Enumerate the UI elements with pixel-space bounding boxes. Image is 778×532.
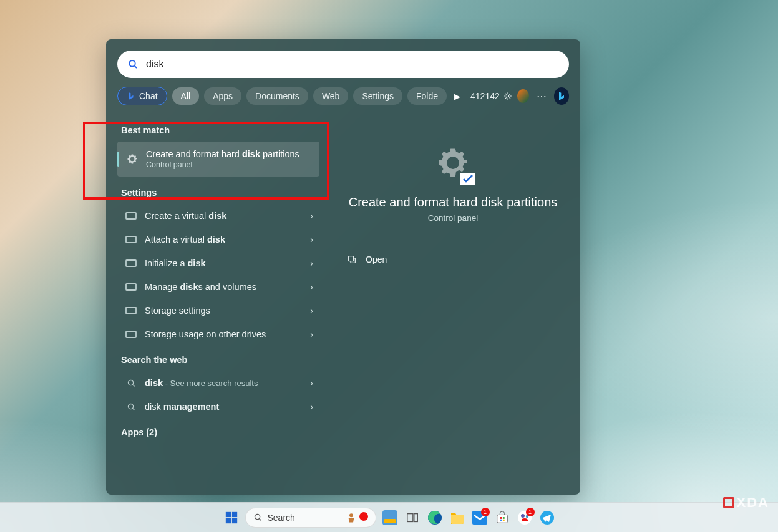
mail-app[interactable]: 1 (471, 509, 489, 526)
svg-rect-7 (126, 307, 136, 314)
web-result[interactable]: disk - See more search results› (117, 371, 319, 395)
results-column: Best match Create and format hard disk p… (106, 114, 326, 482)
teams-app[interactable]: 1 (516, 509, 533, 526)
rewards-icon (503, 92, 512, 100)
filter-all[interactable]: All (172, 87, 200, 105)
result-text: Initialize a disk (145, 258, 310, 268)
svg-rect-6 (126, 284, 136, 290)
settings-item-icon (124, 236, 139, 243)
svg-rect-28 (497, 515, 507, 523)
preview-pane: Create and format hard disk partitions C… (326, 114, 580, 482)
result-text: Manage disks and volumes (145, 282, 310, 292)
settings-result[interactable]: Manage disks and volumes› (117, 275, 319, 299)
windows-icon (225, 511, 238, 525)
task-view[interactable] (404, 509, 421, 526)
svg-line-20 (259, 519, 261, 521)
user-avatar[interactable] (517, 89, 529, 103)
chevron-right-icon: › (310, 258, 313, 268)
filter-web[interactable]: Web (313, 87, 349, 105)
preview-title: Create and format hard disk partitions (349, 195, 558, 210)
svg-point-0 (129, 60, 135, 67)
svg-line-10 (132, 384, 134, 386)
xda-watermark: XDA (723, 495, 769, 511)
open-action[interactable]: Open (344, 249, 562, 269)
svg-rect-23 (384, 519, 396, 523)
result-text: disk management (145, 402, 310, 412)
settings-item-icon (124, 307, 139, 314)
open-icon (347, 254, 357, 264)
svg-rect-30 (502, 517, 504, 519)
settings-result[interactable]: Create a virtual disk› (117, 204, 319, 228)
svg-rect-15 (225, 511, 230, 516)
apps-section-label: Apps (2) (121, 427, 316, 437)
settings-item-icon (124, 331, 139, 338)
search-box[interactable] (117, 51, 569, 78)
powertoys-icon[interactable] (381, 509, 399, 526)
taskbar-search[interactable]: Search (245, 508, 376, 528)
filter-folders[interactable]: Folde (407, 87, 447, 105)
chevron-right-icon: › (310, 306, 313, 316)
file-explorer[interactable] (449, 509, 466, 526)
bing-button[interactable] (554, 87, 569, 105)
filter-settings[interactable]: Settings (353, 87, 402, 105)
svg-point-21 (349, 513, 353, 517)
filter-documents[interactable]: Documents (246, 87, 308, 105)
result-text: disk - See more search results (145, 378, 310, 388)
svg-point-11 (128, 404, 133, 409)
store-app[interactable] (494, 509, 511, 526)
search-input[interactable] (146, 59, 559, 70)
filter-chat[interactable]: Chat (117, 87, 167, 105)
best-match-title: Create and format hard disk partitions (146, 149, 299, 159)
settings-result[interactable]: Attach a virtual disk› (117, 228, 319, 251)
points-value: 412142 (470, 91, 500, 101)
search-icon (124, 402, 139, 412)
telegram-app[interactable] (538, 509, 556, 526)
taskbar-search-label: Search (268, 513, 295, 523)
result-text: Attach a virtual disk (145, 235, 310, 244)
filter-scroll-right[interactable]: ▶ (454, 92, 460, 101)
svg-line-12 (132, 408, 134, 410)
svg-rect-5 (126, 260, 136, 266)
gear-icon (126, 153, 139, 165)
store-icon (495, 511, 509, 525)
chevron-right-icon: › (310, 378, 313, 388)
svg-rect-25 (414, 513, 417, 521)
svg-point-19 (255, 515, 260, 520)
svg-rect-29 (500, 517, 502, 519)
svg-point-2 (507, 95, 509, 97)
chevron-right-icon: › (310, 282, 313, 292)
best-match-subtitle: Control panel (146, 160, 299, 169)
best-match-result[interactable]: Create and format hard disk partitions C… (117, 142, 319, 177)
rewards-points[interactable]: 412142 (470, 91, 512, 101)
web-result[interactable]: disk management› (117, 395, 319, 418)
settings-section-label: Settings (121, 188, 316, 198)
folder-icon (450, 511, 465, 525)
chevron-right-icon: › (310, 235, 313, 244)
open-label: Open (366, 254, 387, 264)
search-icon (253, 513, 263, 522)
start-search-panel: Chat All Apps Documents Web Settings Fol… (106, 39, 580, 495)
svg-rect-32 (502, 519, 504, 521)
svg-point-9 (128, 380, 133, 385)
chevron-right-icon: › (310, 402, 313, 412)
settings-item-icon (124, 283, 139, 291)
start-button[interactable] (223, 509, 240, 526)
svg-rect-4 (126, 236, 136, 243)
svg-rect-24 (407, 513, 412, 521)
edge-browser[interactable] (426, 509, 444, 526)
search-icon (127, 59, 139, 70)
app-icon (382, 510, 397, 525)
filter-apps[interactable]: Apps (204, 87, 241, 105)
edge-icon (427, 510, 442, 525)
settings-item-icon (124, 259, 139, 267)
chevron-right-icon: › (310, 211, 313, 221)
settings-result[interactable]: Storage settings› (117, 299, 319, 322)
more-options[interactable]: ⋯ (534, 90, 549, 102)
record-icon (359, 512, 368, 521)
settings-result[interactable]: Initialize a disk› (117, 251, 319, 275)
taskview-icon (406, 511, 419, 525)
settings-result[interactable]: Storage usage on other drives› (117, 322, 319, 346)
settings-item-icon (124, 212, 139, 220)
svg-rect-17 (225, 518, 230, 523)
svg-rect-8 (126, 331, 136, 337)
